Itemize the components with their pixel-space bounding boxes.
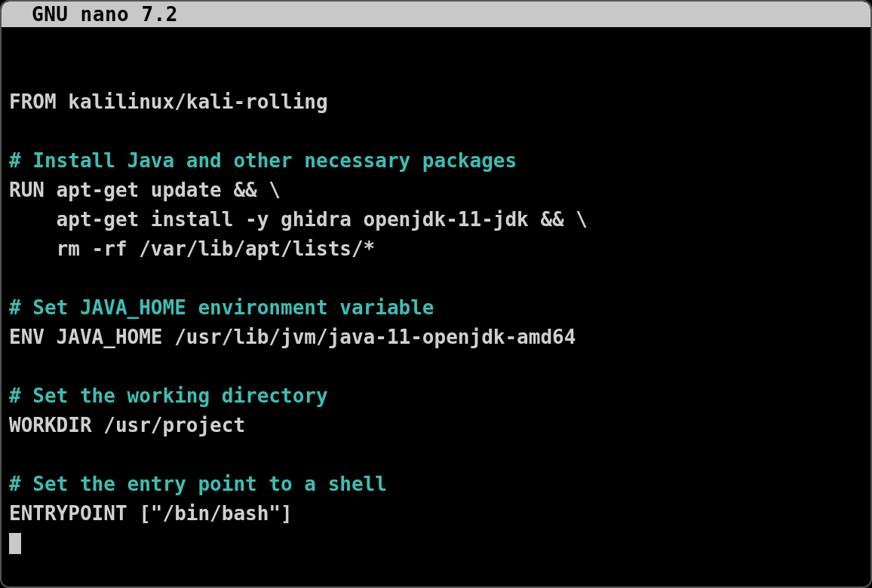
editor-line[interactable]: apt-get install -y ghidra openjdk-11-jdk… [9,205,863,234]
code-segment [9,267,21,289]
code-segment: RUN apt-get update && \ [9,179,281,201]
code-segment: # Set the working directory [9,384,328,407]
cursor-line[interactable] [9,528,863,558]
editor-window: GNU nano 7.2 FROM kalilinux/kali-rolling… [2,2,870,586]
editor-line[interactable] [9,117,863,146]
editor-line[interactable]: # Set the working directory [9,381,863,411]
editor-line[interactable]: # Install Java and other necessary packa… [9,146,863,176]
code-segment: # Install Java and other necessary packa… [9,149,517,172]
code-segment: FROM kalilinux/kali-rolling [9,90,328,113]
editor-line[interactable]: ENV JAVA_HOME /usr/lib/jvm/java-11-openj… [9,323,863,352]
code-segment: ENTRYPOINT ["/bin/bash"] [9,502,293,525]
editor-line[interactable] [9,352,863,381]
cursor-icon [9,533,21,554]
editor-line[interactable]: FROM kalilinux/kali-rolling [9,87,863,117]
code-segment [9,355,21,378]
editor-line[interactable]: rm -rf /var/lib/apt/lists/* [9,234,863,264]
editor-line[interactable]: # Set JAVA_HOME environment variable [9,293,863,323]
editor-line[interactable]: ENTRYPOINT ["/bin/bash"] [9,499,863,528]
editor-line[interactable] [9,440,863,470]
editor-line[interactable] [9,264,863,293]
code-segment: rm -rf /var/lib/apt/lists/* [9,237,375,260]
editor-line[interactable]: # Set the entry point to a shell [9,470,863,499]
code-segment: # Set the entry point to a shell [9,473,387,495]
code-segment: ENV JAVA_HOME /usr/lib/jvm/java-11-openj… [9,326,576,348]
code-segment [9,443,21,466]
code-segment [9,120,21,142]
code-segment: WORKDIR /usr/project [9,414,245,436]
app-title: GNU nano 7.2 [32,3,178,26]
editor-line[interactable]: RUN apt-get update && \ [9,176,863,205]
title-bar: GNU nano 7.2 [2,2,870,27]
code-segment: # Set JAVA_HOME environment variable [9,296,434,319]
code-segment: apt-get install -y ghidra openjdk-11-jdk… [9,208,588,231]
editor-line[interactable]: WORKDIR /usr/project [9,411,863,440]
editor-content[interactable]: FROM kalilinux/kali-rolling # Install Ja… [2,27,870,559]
